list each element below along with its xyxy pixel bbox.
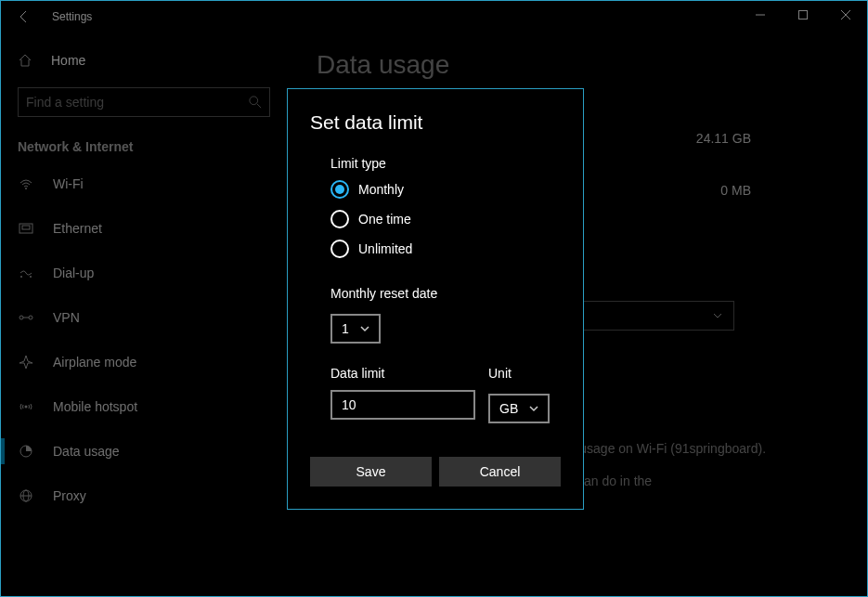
radio-onetime[interactable]: One time [330,210,561,228]
vpn-icon [18,309,34,326]
sidebar-item-label: Mobile hotspot [53,399,137,414]
minimize-button[interactable] [739,1,782,29]
maximize-icon [798,10,808,19]
wifi-icon [18,175,34,192]
hotspot-icon [18,398,34,415]
chevron-down-icon [360,324,369,333]
sidebar-item-datausage[interactable]: Data usage [1,429,289,474]
sidebar-item-label: VPN [53,310,80,325]
svg-rect-1 [799,11,808,19]
sidebar-item-dialup[interactable]: Dial-up [1,251,289,295]
close-button[interactable] [824,1,867,29]
radio-icon [330,210,349,228]
arrow-left-icon [17,9,32,24]
page-title: Data usage [317,50,839,80]
sidebar-item-label: Proxy [53,488,86,503]
proxy-icon [18,487,34,504]
search-field[interactable] [26,95,249,110]
sidebar-home[interactable]: Home [1,41,289,80]
radio-label: One time [358,212,411,227]
radio-icon [330,180,349,199]
close-icon [841,10,850,19]
dialog-title: Set data limit [310,111,561,134]
svg-rect-8 [22,226,30,229]
search-input[interactable] [18,87,270,117]
sidebar-item-wifi[interactable]: Wi-Fi [1,162,289,206]
radio-unlimited[interactable]: Unlimited [330,240,561,258]
radio-monthly[interactable]: Monthly [330,180,561,199]
airplane-icon [18,354,34,370]
svg-point-6 [25,188,27,189]
limit-type-label: Limit type [330,156,561,171]
svg-point-10 [30,276,32,278]
back-button[interactable] [1,1,47,32]
svg-point-9 [20,276,22,278]
ethernet-icon [18,220,34,237]
select-value: GB [499,401,518,416]
dialup-icon [18,265,34,281]
sidebar-item-label: Ethernet [53,221,102,236]
data-limit-label: Data limit [330,366,475,381]
sidebar: Home Network & Internet Wi-Fi Ethernet D… [1,32,289,597]
minimize-icon [756,10,765,19]
svg-point-12 [29,316,32,319]
window-title: Settings [52,10,92,23]
sidebar-item-airplane[interactable]: Airplane mode [1,340,289,384]
sidebar-item-label: Dial-up [53,266,94,280]
titlebar: Settings [1,1,867,32]
home-icon [18,53,32,68]
svg-line-5 [257,104,261,108]
sidebar-section-header: Network & Internet [1,132,289,162]
sidebar-item-vpn[interactable]: VPN [1,295,289,340]
radio-icon [330,240,349,258]
select-value: 1 [342,321,349,336]
unit-select[interactable]: GB [488,394,550,423]
sidebar-item-hotspot[interactable]: Mobile hotspot [1,384,289,429]
reset-date-select[interactable]: 1 [330,314,381,344]
set-data-limit-dialog: Set data limit Limit type Monthly One ti… [287,88,584,510]
sidebar-item-proxy[interactable]: Proxy [1,474,289,518]
reset-date-label: Monthly reset date [330,286,561,301]
chevron-down-icon [529,404,538,413]
sidebar-home-label: Home [51,53,85,68]
save-button[interactable]: Save [310,457,432,487]
datausage-icon [18,443,34,460]
chevron-down-icon [713,311,722,320]
sidebar-item-label: Wi-Fi [53,176,84,191]
cancel-button[interactable]: Cancel [439,457,561,487]
radio-label: Monthly [358,182,404,197]
sidebar-item-ethernet[interactable]: Ethernet [1,206,289,251]
svg-point-14 [25,406,28,409]
unit-label: Unit [488,366,550,381]
sidebar-item-label: Airplane mode [53,355,136,370]
sidebar-item-label: Data usage [53,444,120,459]
maximize-button[interactable] [782,1,824,29]
svg-point-11 [19,316,23,319]
search-icon [249,96,262,109]
data-limit-input[interactable] [330,390,475,420]
radio-label: Unlimited [358,241,412,256]
svg-point-4 [250,97,258,105]
